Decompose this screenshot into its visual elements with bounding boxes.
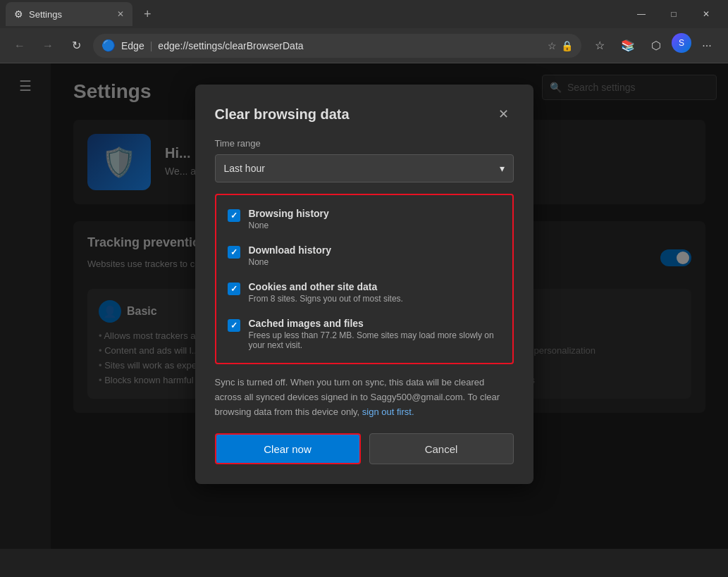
checkbox-item-browsing-history[interactable]: ✓ Browsing history None	[216, 201, 512, 237]
time-range-select[interactable]: Last hour ▾	[215, 154, 514, 182]
checkbox-content-cookies: Cookies and other site data From 8 sites…	[249, 281, 501, 304]
extensions-button[interactable]: ⬡	[643, 33, 669, 58]
modal-buttons: Clear now Cancel	[215, 433, 514, 464]
checkbox-browsing-history[interactable]: ✓	[228, 209, 240, 222]
checkbox-cached[interactable]: ✓	[228, 319, 240, 332]
check-icon: ✓	[230, 211, 237, 221]
checkbox-content-download: Download history None	[249, 244, 501, 267]
minimize-button[interactable]: —	[625, 0, 658, 28]
more-button[interactable]: ···	[694, 33, 720, 58]
cookies-desc: From 8 sites. Signs you out of most site…	[249, 294, 501, 304]
toolbar: ← → ↻ 🔵 Edge | edge://settings/clearBrow…	[0, 28, 728, 63]
modal-title: Clear browsing data	[215, 106, 350, 123]
tab-close-button[interactable]: ✕	[117, 9, 124, 19]
download-history-title: Download history	[249, 244, 501, 256]
download-history-desc: None	[249, 257, 501, 267]
collections-button[interactable]: 📚	[615, 33, 641, 58]
new-tab-button[interactable]: +	[138, 4, 157, 25]
checkbox-item-cached[interactable]: ✓ Cached images and files Frees up less …	[216, 311, 512, 357]
time-range-value: Last hour	[224, 163, 265, 174]
app-name: Edge	[121, 40, 144, 51]
maximize-button[interactable]: □	[658, 0, 690, 28]
page-content: ☰ Settings 🛡️ Hi... We... and... Trackin…	[0, 63, 728, 549]
tab-label: Settings	[29, 9, 62, 20]
modal-close-button[interactable]: ✕	[494, 104, 514, 124]
cancel-button[interactable]: Cancel	[369, 433, 514, 464]
checkbox-list: ✓ Browsing history None ✓ Download histo…	[215, 194, 514, 364]
checkbox-download-history[interactable]: ✓	[228, 246, 240, 259]
edge-logo-icon: 🔵	[101, 39, 116, 52]
check-icon: ✓	[230, 284, 237, 294]
checkbox-item-cookies[interactable]: ✓ Cookies and other site data From 8 sit…	[216, 274, 512, 311]
checkbox-item-download-history[interactable]: ✓ Download history None	[216, 237, 512, 274]
browsing-history-title: Browsing history	[249, 208, 501, 219]
check-icon: ✓	[230, 247, 237, 257]
profile-avatar[interactable]: S	[672, 33, 691, 53]
cached-title: Cached images and files	[249, 318, 501, 329]
address-url: edge://settings/clearBrowserData	[158, 40, 542, 51]
checkbox-cookies[interactable]: ✓	[228, 283, 240, 295]
back-button[interactable]: ←	[8, 35, 31, 57]
checkbox-content-cached: Cached images and files Frees up less th…	[249, 318, 501, 350]
address-separator: |	[150, 40, 153, 51]
tab-icon: ⚙	[14, 8, 23, 20]
chevron-down-icon: ▾	[500, 163, 505, 174]
address-bar[interactable]: 🔵 Edge | edge://settings/clearBrowserDat…	[93, 34, 581, 58]
modal-header: Clear browsing data ✕	[215, 104, 514, 124]
refresh-button[interactable]: ↻	[65, 35, 87, 57]
sync-notice: Sync is turned off. When you turn on syn…	[215, 376, 514, 419]
checkbox-content-browsing: Browsing history None	[249, 208, 501, 230]
clear-browsing-data-modal: Clear browsing data ✕ Time range Last ho…	[195, 85, 533, 484]
close-button[interactable]: ✕	[690, 0, 722, 28]
lock-icon[interactable]: 🔒	[561, 40, 573, 51]
modal-overlay: Clear browsing data ✕ Time range Last ho…	[0, 63, 728, 549]
window-controls: — □ ✕	[625, 0, 722, 28]
browsing-history-desc: None	[249, 221, 501, 230]
toolbar-actions: ☆ 📚 ⬡ S ···	[587, 33, 720, 58]
title-bar: ⚙ Settings ✕ + — □ ✕	[0, 0, 728, 28]
time-range-label: Time range	[215, 138, 514, 149]
address-bar-icons: ☆ 🔒	[548, 40, 573, 51]
sign-out-link[interactable]: sign out first.	[362, 407, 414, 417]
sync-notice-text: Sync is turned off. When you turn on syn…	[215, 377, 500, 417]
check-icon: ✓	[230, 321, 237, 330]
cookies-title: Cookies and other site data	[249, 281, 501, 292]
cached-desc: Frees up less than 77.2 MB. Some sites m…	[249, 330, 501, 350]
clear-now-button[interactable]: Clear now	[215, 433, 361, 464]
star-icon[interactable]: ☆	[548, 40, 557, 51]
favorites-button[interactable]: ☆	[587, 33, 612, 58]
forward-button[interactable]: →	[37, 35, 59, 57]
settings-tab[interactable]: ⚙ Settings ✕	[6, 2, 132, 26]
